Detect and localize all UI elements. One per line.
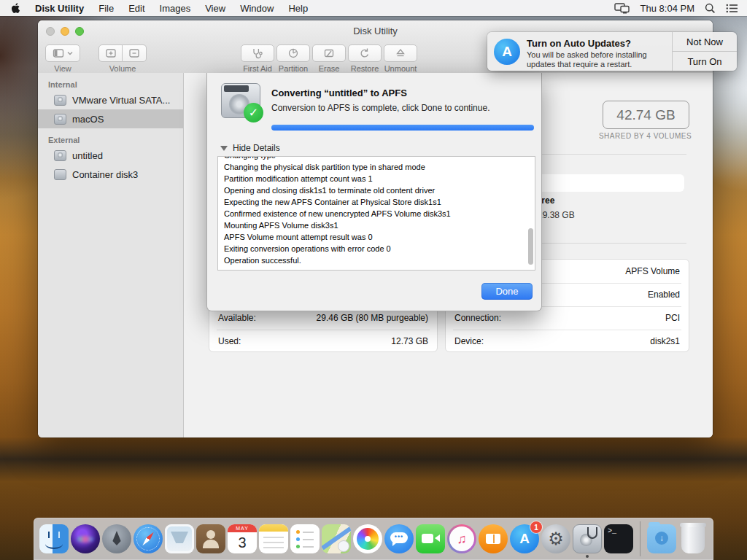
dock-contacts-icon[interactable]	[196, 524, 225, 553]
dock-trash-icon[interactable]	[681, 524, 705, 553]
dock-finder-icon[interactable]	[39, 524, 69, 553]
log-line-partial: Changing type	[224, 156, 529, 161]
device-value: disk2s1	[650, 336, 680, 346]
sidebar-item-label: untitled	[72, 150, 103, 161]
dock-ibooks-icon[interactable]	[479, 524, 508, 553]
notification-center-icon[interactable]	[726, 4, 738, 13]
volume-size: 42.74 GB	[616, 107, 675, 123]
first-aid-button[interactable]	[241, 44, 274, 62]
menu-images[interactable]: Images	[160, 3, 191, 14]
sidebar-header-external: External	[38, 128, 183, 146]
disk-icon	[54, 150, 66, 161]
conversion-log[interactable]: Changing type Changing the physical disk…	[217, 156, 535, 271]
dock-itunes-icon[interactable]: ♫	[447, 524, 476, 553]
scrollbar-thumb[interactable]	[528, 228, 533, 265]
menu-view[interactable]: View	[205, 3, 225, 14]
sidebar: Internal VMware Virtual SATA... macOS Ex…	[38, 73, 184, 438]
first-aid-label: First Aid	[241, 64, 274, 73]
dock-siri-icon[interactable]	[71, 524, 100, 553]
dock-launchpad-icon[interactable]	[102, 524, 131, 553]
menu-file[interactable]: File	[98, 3, 114, 14]
dock-system-preferences-icon[interactable]: ⚙	[541, 524, 570, 553]
dock-calendar-icon[interactable]: MAY 3	[228, 524, 257, 553]
dock-terminal-icon[interactable]: >_	[604, 524, 633, 553]
menu-window[interactable]: Window	[240, 3, 274, 14]
volume-toolbar-group: Volume	[98, 44, 147, 73]
sidebar-item-label: VMware Virtual SATA...	[72, 95, 170, 106]
partition-button[interactable]	[276, 44, 310, 62]
restore-label: Restore	[348, 64, 382, 73]
unmount-label: Unmount	[384, 64, 417, 73]
menu-edit[interactable]: Edit	[128, 3, 144, 14]
add-volume-button[interactable]	[98, 44, 123, 62]
success-check-icon: ✓	[244, 103, 263, 122]
remove-volume-button[interactable]	[123, 44, 147, 62]
stethoscope-icon	[251, 47, 264, 59]
sidebar-pane-icon	[53, 48, 64, 58]
dock-facetime-icon[interactable]	[416, 524, 445, 553]
dock-app-store-icon[interactable]: A 1	[510, 524, 539, 553]
dock-messages-icon[interactable]: •••	[384, 524, 414, 553]
erase-icon	[323, 47, 335, 59]
done-button[interactable]: Done	[481, 283, 533, 300]
dock-downloads-icon[interactable]: ↓	[647, 524, 676, 553]
menu-help[interactable]: Help	[288, 3, 308, 14]
restore-button[interactable]	[348, 44, 382, 62]
chevron-down-icon	[67, 51, 73, 55]
app-store-icon: A	[494, 39, 520, 65]
dock-maps-icon[interactable]	[322, 524, 351, 553]
desktop: Disk Utility View	[0, 0, 747, 560]
erase-button[interactable]	[312, 44, 346, 62]
auto-updates-notification: A Turn on Auto Updates? You will be aske…	[487, 32, 737, 71]
restore-arrow-icon	[359, 47, 371, 59]
dock-mail-icon[interactable]	[165, 524, 194, 553]
search-icon[interactable]	[705, 3, 716, 14]
apple-menu[interactable]	[10, 2, 20, 14]
dock-notes-icon[interactable]	[259, 524, 288, 553]
dock-photos-icon[interactable]	[353, 524, 382, 553]
download-arrow-icon: ↓	[655, 532, 668, 545]
dialog-subtitle: Conversion to APFS is complete, click Do…	[271, 103, 489, 113]
apple-logo-icon	[10, 2, 20, 14]
hide-details-disclosure[interactable]: Hide Details	[220, 143, 280, 153]
type-value: APFS Volume	[625, 266, 680, 276]
used-label: Used:	[218, 336, 241, 346]
book-icon	[486, 534, 500, 544]
disclosure-triangle-icon	[220, 146, 228, 151]
eject-icon	[395, 47, 406, 59]
volume-size-box: 42.74 GB	[603, 101, 689, 129]
unmount-button[interactable]	[384, 44, 417, 62]
view-toolbar-group: View	[45, 44, 80, 73]
log-line: Expecting the new APFS Container at Phys…	[224, 196, 529, 208]
notification-icon-area: A	[487, 32, 527, 71]
used-value: 12.73 GB	[391, 336, 428, 346]
remove-volume-icon	[128, 47, 140, 59]
erase-label: Erase	[312, 64, 346, 73]
dock-reminders-icon[interactable]	[290, 524, 320, 553]
disk-icon	[54, 95, 66, 106]
dock-safari-icon[interactable]	[133, 524, 163, 553]
log-line: Exiting conversion operations with error…	[224, 243, 529, 254]
view-button[interactable]	[45, 44, 80, 62]
menu-app-name[interactable]: Disk Utility	[35, 3, 84, 14]
log-line: Operation successful.	[224, 254, 529, 266]
dock-disk-utility-icon[interactable]	[573, 524, 602, 553]
prompt-glyph: >_	[608, 527, 616, 535]
sidebar-item-untitled[interactable]: untitled	[38, 146, 183, 165]
connection-label: Connection:	[454, 313, 501, 323]
dock: MAY 3 ••• ♫ A 1 ⚙ >_ ↓	[34, 518, 713, 560]
sidebar-item-macos[interactable]: macOS	[38, 109, 183, 128]
notification-buttons: Not Now Turn On	[672, 32, 737, 71]
notification-badge: 1	[530, 521, 542, 533]
displays-menu-icon[interactable]	[614, 3, 630, 14]
sidebar-item-container-disk3[interactable]: Container disk3	[38, 165, 183, 184]
sidebar-item-vmware-virtual-sata[interactable]: VMware Virtual SATA...	[38, 90, 183, 109]
sidebar-item-label: Container disk3	[72, 169, 138, 180]
not-now-button[interactable]: Not Now	[673, 32, 737, 52]
sidebar-header-internal: Internal	[38, 73, 183, 90]
menu-clock[interactable]: Thu 8:04 PM	[640, 3, 694, 14]
free-legend-value: 29.38 GB	[538, 210, 575, 220]
turn-on-button[interactable]: Turn On	[673, 52, 737, 71]
owners-value: Enabled	[648, 289, 680, 300]
actions-toolbar-group: First Aid Partition	[241, 44, 417, 73]
